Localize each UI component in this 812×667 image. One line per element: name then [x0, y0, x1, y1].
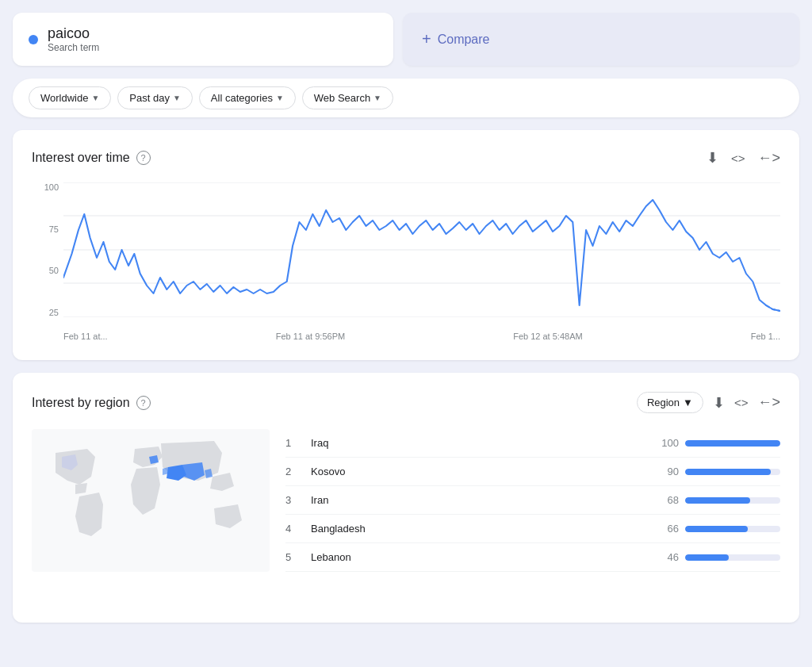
region-bar — [685, 554, 729, 561]
search-term-card: paicoo Search term — [13, 13, 393, 66]
compare-label: Compare — [438, 33, 490, 47]
search-dot — [29, 35, 38, 44]
y-label-25: 25 — [49, 308, 59, 317]
card-actions: ⬇ <> ←> — [707, 149, 780, 167]
region-value: 100 — [650, 437, 679, 449]
filters-bar: Worldwide ▼ Past day ▼ All categories ▼ … — [13, 79, 799, 117]
x-label-2: Feb 12 at 5:48AM — [513, 332, 582, 341]
region-name: Iran — [311, 494, 644, 506]
x-label-3: Feb 1... — [751, 332, 780, 341]
interest-by-region-card: Interest by region ? Region ▼ ⬇ <> ←> — [13, 373, 799, 623]
world-map — [32, 429, 270, 604]
region-bar-container — [685, 526, 780, 532]
region-row-5: 5 Lebanon 46 — [285, 543, 780, 572]
region-bar-container — [685, 497, 780, 504]
region-rank: 5 — [285, 551, 304, 563]
chevron-down-icon: ▼ — [373, 94, 381, 102]
y-label-75: 75 — [49, 224, 59, 234]
region-bar-container — [685, 469, 780, 475]
region-rank: 2 — [285, 466, 304, 477]
region-embed-icon[interactable]: <> — [734, 396, 749, 409]
region-value: 46 — [650, 551, 679, 563]
region-card-header: Interest by region ? Region ▼ ⬇ <> ←> — [32, 392, 780, 413]
x-label-1: Feb 11 at 9:56PM — [276, 332, 345, 341]
region-download-icon[interactable]: ⬇ — [713, 394, 725, 412]
region-header-actions: Region ▼ ⬇ <> ←> — [637, 392, 780, 413]
embed-icon[interactable]: <> — [731, 151, 745, 165]
filter-category-label: All categories — [211, 92, 273, 104]
region-row-1: 1 Iraq 100 — [285, 429, 780, 458]
y-label-50: 50 — [49, 266, 59, 275]
filter-search-type[interactable]: Web Search ▼ — [302, 86, 393, 109]
download-icon[interactable]: ⬇ — [707, 149, 718, 167]
search-term-info: paicoo Search term — [48, 25, 99, 53]
interest-over-time-title: Interest over time — [32, 151, 130, 165]
region-help-icon[interactable]: ? — [136, 396, 151, 410]
region-name: Iraq — [311, 437, 644, 449]
region-row-4: 4 Bangladesh 66 — [285, 515, 780, 543]
region-title-row: Interest by region ? — [32, 396, 151, 410]
filter-geo-label: Worldwide — [40, 92, 88, 104]
filter-time-label: Past day — [129, 92, 170, 104]
card-header: Interest over time ? ⬇ <> ←> — [32, 149, 780, 167]
interest-over-time-card: Interest over time ? ⬇ <> ←> 100 75 50 2… — [13, 130, 799, 360]
region-bar — [685, 440, 780, 447]
interest-by-region-title: Interest by region — [32, 396, 130, 410]
world-map-svg — [32, 429, 270, 572]
chart-svg-area — [63, 182, 780, 317]
region-name: Kosovo — [311, 466, 644, 477]
region-rank: 4 — [285, 523, 304, 535]
region-value: 68 — [650, 494, 679, 506]
region-row-2: 2 Kosovo 90 — [285, 458, 780, 486]
compare-card[interactable]: + Compare — [403, 13, 799, 66]
share-icon[interactable]: ←> — [757, 150, 780, 167]
term-name: paicoo — [48, 25, 99, 42]
y-axis-labels: 100 75 50 25 — [32, 182, 63, 317]
region-bar — [685, 497, 750, 504]
help-icon[interactable]: ? — [136, 151, 151, 165]
x-axis-labels: Feb 11 at... Feb 11 at 9:56PM Feb 12 at … — [63, 319, 780, 341]
y-label-100: 100 — [44, 182, 59, 192]
filter-time[interactable]: Past day ▼ — [117, 86, 193, 109]
region-bar-container — [685, 554, 780, 561]
chevron-down-icon: ▼ — [276, 94, 284, 102]
region-name: Lebanon — [311, 551, 644, 563]
region-dropdown-label: Region — [647, 397, 680, 408]
region-content: 1 Iraq 100 2 Kosovo 90 3 Iran 68 — [32, 429, 780, 604]
filter-category[interactable]: All categories ▼ — [199, 86, 296, 109]
filter-search-type-label: Web Search — [314, 92, 370, 104]
region-bar — [685, 526, 748, 532]
region-list: 1 Iraq 100 2 Kosovo 90 3 Iran 68 — [285, 429, 780, 572]
region-dropdown[interactable]: Region ▼ — [637, 392, 703, 413]
region-bar-container — [685, 440, 780, 447]
chevron-down-icon: ▼ — [173, 94, 181, 102]
filter-geo[interactable]: Worldwide ▼ — [29, 86, 111, 109]
plus-icon: + — [422, 30, 431, 48]
x-label-0: Feb 11 at... — [63, 332, 108, 341]
region-row-3: 3 Iran 68 — [285, 486, 780, 515]
term-type: Search term — [48, 42, 99, 53]
region-rank: 3 — [285, 494, 304, 506]
region-value: 66 — [650, 523, 679, 535]
region-value: 90 — [650, 466, 679, 477]
chevron-down-icon: ▼ — [683, 397, 693, 408]
chart-container: 100 75 50 25 Feb 11 at... Feb 11 — [32, 182, 780, 341]
card-title-row: Interest over time ? — [32, 151, 151, 165]
region-bar — [685, 469, 771, 475]
region-name: Bangladesh — [311, 523, 644, 535]
region-share-icon[interactable]: ←> — [757, 394, 780, 411]
region-rank: 1 — [285, 437, 304, 449]
trend-chart-svg — [63, 182, 780, 317]
chevron-down-icon: ▼ — [91, 94, 99, 102]
